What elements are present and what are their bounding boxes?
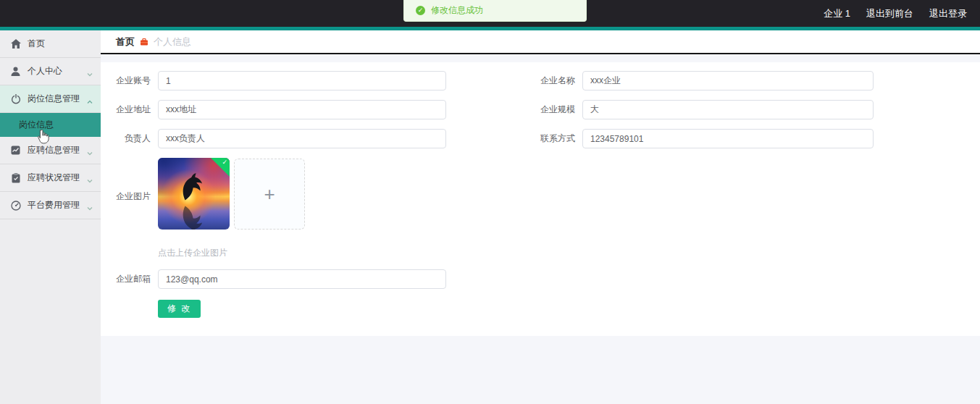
breadcrumb-current: 个人信息 — [154, 35, 191, 49]
field-label-contact: 联系方式 — [532, 132, 575, 145]
sidebar: 首页 个人中心 岗位信息管理 岗位信息 — [0, 30, 101, 404]
power-icon — [10, 93, 21, 104]
briefcase-icon — [140, 38, 148, 46]
breadcrumb-home-link[interactable]: 首页 — [116, 35, 135, 49]
sidebar-item-job-info-mgmt[interactable]: 岗位信息管理 — [0, 85, 101, 113]
chevron-up-icon — [86, 96, 93, 103]
sidebar-item-label: 首页 — [28, 38, 93, 50]
home-icon — [10, 38, 21, 49]
success-check-icon: ✓ — [416, 6, 425, 15]
top-bar: ✓ 修改信息成功 企业 1 退出到前台 退出登录 — [0, 0, 980, 27]
manager-input[interactable] — [158, 129, 446, 148]
success-toast: ✓ 修改信息成功 — [403, 0, 587, 22]
sidebar-item-home[interactable]: 首页 — [0, 30, 101, 58]
chevron-down-icon — [86, 147, 93, 154]
sidebar-item-label: 岗位信息管理 — [28, 93, 86, 105]
chevron-down-icon — [86, 202, 93, 209]
email-input[interactable] — [158, 269, 446, 289]
upload-success-check-icon: ✓ — [222, 159, 227, 166]
field-label-account: 企业账号 — [107, 75, 151, 87]
upload-hint-text: 点击上传企业图片 — [158, 248, 227, 258]
company-name-input[interactable] — [582, 71, 874, 91]
chevron-down-icon — [86, 68, 93, 75]
gauge-icon — [10, 200, 21, 211]
field-label-manager: 负责人 — [107, 132, 151, 145]
sidebar-item-label: 平台费用管理 — [28, 199, 86, 211]
plus-icon: + — [264, 185, 275, 203]
image-upload-dropzone[interactable]: + — [234, 159, 305, 230]
field-label-company-name: 企业名称 — [532, 75, 575, 87]
field-label-address: 企业地址 — [107, 104, 151, 116]
address-input[interactable] — [158, 100, 446, 119]
scale-input[interactable] — [582, 100, 874, 119]
sidebar-item-label: 个人中心 — [28, 65, 86, 77]
account-input[interactable] — [158, 71, 446, 91]
sidebar-item-application-status-mgmt[interactable]: 应聘状况管理 — [0, 164, 101, 192]
contact-input[interactable] — [582, 129, 874, 148]
chart-icon — [10, 145, 21, 156]
exit-to-front-link[interactable]: 退出到前台 — [866, 7, 913, 20]
main-content: 首页 个人信息 企业账号 企业名称 企业地址 — [101, 30, 980, 404]
account-name[interactable]: 企业 1 — [824, 7, 850, 20]
breadcrumb: 首页 个人信息 — [101, 30, 980, 54]
profile-form-card: 企业账号 企业名称 企业地址 企业规模 — [101, 62, 980, 336]
sidebar-item-personal-center[interactable]: 个人中心 — [0, 58, 101, 85]
sidebar-item-label: 应聘状况管理 — [28, 172, 86, 184]
clipboard-icon — [10, 172, 21, 183]
field-label-picture: 企业图片 — [107, 190, 151, 203]
user-icon — [10, 66, 21, 77]
toast-message: 修改信息成功 — [431, 4, 483, 17]
chevron-down-icon — [86, 174, 93, 182]
sidebar-item-label: 应聘信息管理 — [28, 144, 86, 156]
sidebar-subitem-job-info-active[interactable]: 岗位信息 — [0, 113, 101, 137]
uploaded-company-image[interactable]: ✓ — [158, 158, 230, 230]
logout-link[interactable]: 退出登录 — [929, 7, 967, 20]
sidebar-item-application-info-mgmt[interactable]: 应聘信息管理 — [0, 137, 101, 164]
sidebar-subitem-label: 岗位信息 — [19, 119, 54, 131]
field-label-scale: 企业规模 — [532, 104, 575, 116]
sidebar-item-platform-fee-mgmt[interactable]: 平台费用管理 — [0, 192, 101, 219]
dolphin-reflection — [177, 200, 210, 230]
modify-button[interactable]: 修 改 — [158, 300, 201, 318]
field-label-email: 企业邮箱 — [107, 273, 151, 285]
